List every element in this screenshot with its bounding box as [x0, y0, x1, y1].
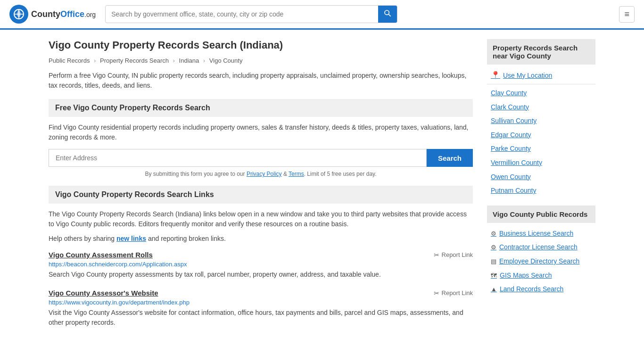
sidebar-county-parke[interactable]: Parke County — [487, 142, 595, 156]
page-description: Perform a free Vigo County, IN public pr… — [49, 71, 473, 90]
global-search-button[interactable] — [378, 6, 397, 23]
report-link-1[interactable]: ✂ Report Link — [434, 251, 473, 259]
pin-icon: 📍 — [491, 71, 500, 80]
link-url-assessment-rolls[interactable]: https://beacon.schneidercorp.com/Applica… — [49, 261, 473, 268]
breadcrumb-indiana[interactable]: Indiana — [179, 57, 199, 64]
sidebar-county-edgar[interactable]: Edgar County — [487, 128, 595, 142]
address-search-form: Search — [49, 149, 473, 167]
logo-link[interactable]: CountyOffice.org — [9, 5, 96, 24]
nearby-county-list: 📍 Use My Location Clay County Clark Coun… — [487, 68, 595, 198]
use-my-location-link[interactable]: 📍 Use My Location — [487, 68, 595, 82]
link-item-header-1: Vigo County Assessment Rolls ✂ Report Li… — [49, 251, 473, 259]
breadcrumb-sep-1: › — [94, 57, 96, 64]
sidebar-link-contractor-license[interactable]: ⚙ Contractor License Search — [487, 240, 595, 255]
gear-icon-business: ⚙ — [491, 230, 496, 238]
gear-icon-contractor: ⚙ — [491, 243, 496, 252]
breadcrumb-property-records[interactable]: Property Records Search — [100, 57, 169, 64]
report-icon-1: ✂ — [434, 251, 439, 259]
privacy-policy-link[interactable]: Privacy Policy — [247, 171, 282, 177]
sidebar-link-employee-directory[interactable]: ▤ Employee Directory Search — [487, 255, 595, 269]
free-search-section-header: Free Vigo County Property Records Search — [49, 99, 473, 117]
sidebar-divider-0 — [487, 84, 595, 84]
svg-point-3 — [385, 10, 389, 15]
hamburger-button[interactable]: ≡ — [619, 6, 635, 23]
svg-line-4 — [388, 14, 391, 16]
link-title-assessor-website[interactable]: Vigo County Assessor's Website — [49, 289, 158, 297]
breadcrumb-sep-3: › — [203, 57, 205, 64]
share-line: Help others by sharing new links and rep… — [49, 235, 473, 242]
links-section-header: Vigo County Property Records Search Link… — [49, 186, 473, 204]
address-search-input[interactable] — [49, 149, 427, 167]
main-content: Vigo County Property Records Search (Ind… — [49, 39, 473, 337]
land-icon: ▲ — [491, 285, 497, 294]
breadcrumb-public-records[interactable]: Public Records — [49, 57, 90, 64]
report-icon-2: ✂ — [434, 289, 439, 297]
sidebar-county-clay[interactable]: Clay County — [487, 86, 595, 100]
global-search-bar — [105, 5, 397, 23]
page-title: Vigo County Property Records Search (Ind… — [49, 39, 473, 51]
form-disclaimer: By submitting this form you agree to our… — [49, 171, 473, 177]
link-url-assessor-website[interactable]: https://www.vigocounty.in.gov/department… — [49, 299, 473, 306]
sidebar-link-land-records[interactable]: ▲ Land Records Search — [487, 282, 595, 296]
logo-text: CountyOffice.org — [31, 9, 96, 19]
links-description: The Vigo County Property Records Search … — [49, 209, 473, 229]
sidebar-county-clark[interactable]: Clark County — [487, 100, 595, 115]
link-desc-assessment-rolls: Search Vigo County property assessments … — [49, 270, 473, 280]
sidebar: Property Records Search near Vigo County… — [487, 39, 595, 337]
header-right: ≡ — [619, 6, 635, 23]
sidebar-county-putnam[interactable]: Putnam County — [487, 184, 595, 198]
page-container: Vigo County Property Records Search (Ind… — [39, 30, 605, 346]
report-link-2[interactable]: ✂ Report Link — [434, 289, 473, 297]
public-records-section-title: Vigo County Public Records — [487, 206, 595, 223]
breadcrumb: Public Records › Property Records Search… — [49, 57, 473, 64]
sidebar-county-sullivan[interactable]: Sullivan County — [487, 114, 595, 128]
link-title-assessment-rolls[interactable]: Vigo County Assessment Rolls — [49, 251, 153, 259]
free-search-description: Find Vigo County residential property re… — [49, 123, 473, 142]
link-item-assessment-rolls: Vigo County Assessment Rolls ✂ Report Li… — [49, 251, 473, 280]
breadcrumb-sep-2: › — [173, 57, 175, 64]
link-item-assessor-website: Vigo County Assessor's Website ✂ Report … — [49, 289, 473, 328]
sidebar-county-owen[interactable]: Owen County — [487, 170, 595, 184]
logo-icon — [9, 5, 28, 24]
terms-link[interactable]: Terms — [289, 171, 304, 177]
site-header: CountyOffice.org ≡ — [0, 0, 644, 30]
address-search-button[interactable]: Search — [427, 149, 473, 167]
sidebar-link-gis-maps[interactable]: 🗺 GIS Maps Search — [487, 269, 595, 283]
new-links-link[interactable]: new links — [116, 235, 146, 242]
link-desc-assessor-website: Visit the Vigo County Assessor's website… — [49, 308, 473, 328]
list-icon-employee: ▤ — [491, 257, 496, 266]
map-icon-gis: 🗺 — [491, 272, 497, 280]
sidebar-link-business-license[interactable]: ⚙ Business License Search — [487, 227, 595, 241]
link-item-header-2: Vigo County Assessor's Website ✂ Report … — [49, 289, 473, 297]
sidebar-county-vermillion[interactable]: Vermillion County — [487, 156, 595, 170]
global-search-input[interactable] — [106, 7, 378, 22]
nearby-section-title: Property Records Search near Vigo County — [487, 39, 595, 65]
breadcrumb-vigo-county[interactable]: Vigo County — [209, 57, 243, 64]
